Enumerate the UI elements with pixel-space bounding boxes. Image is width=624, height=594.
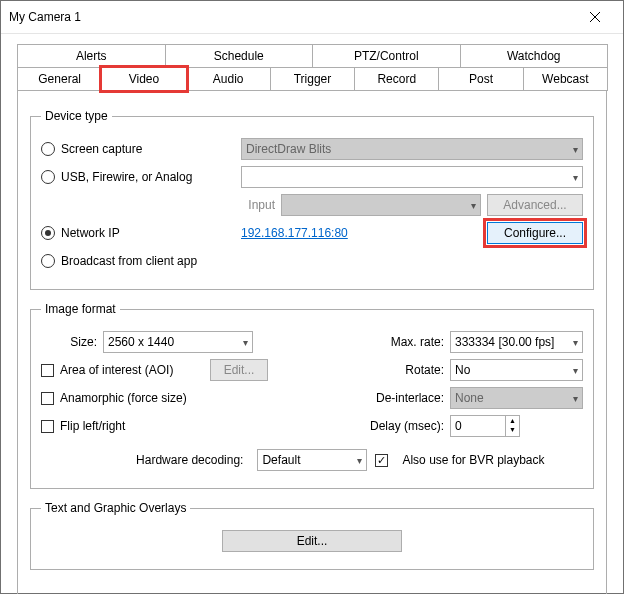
tab-trigger[interactable]: Trigger bbox=[270, 67, 355, 91]
deinterlace-select: None ▾ bbox=[450, 387, 583, 409]
label-max-rate: Max. rate: bbox=[318, 335, 450, 349]
label-anamorphic[interactable]: Anamorphic (force size) bbox=[60, 391, 187, 405]
label-bvr[interactable]: Also use for BVR playback bbox=[402, 453, 544, 467]
tab-post[interactable]: Post bbox=[438, 67, 523, 91]
hw-decoding-select[interactable]: Default ▾ bbox=[257, 449, 367, 471]
checkbox-aoi[interactable] bbox=[41, 364, 54, 377]
screen-capture-mode-select: DirectDraw Blits ▾ bbox=[241, 138, 583, 160]
max-rate-select[interactable]: 333334 [30.00 fps] ▾ bbox=[450, 331, 583, 353]
group-device-type-legend: Device type bbox=[41, 109, 112, 123]
chevron-down-icon: ▾ bbox=[573, 172, 578, 183]
checkbox-anamorphic[interactable] bbox=[41, 392, 54, 405]
radio-usb[interactable] bbox=[41, 170, 55, 184]
label-rotate: Rotate: bbox=[318, 363, 450, 377]
aoi-edit-button: Edit... bbox=[210, 359, 268, 381]
chevron-down-icon: ▾ bbox=[573, 337, 578, 348]
chevron-down-icon: ▾ bbox=[573, 393, 578, 404]
delay-input[interactable]: 0 bbox=[450, 415, 506, 437]
tab-webcast[interactable]: Webcast bbox=[523, 67, 608, 91]
label-broadcast[interactable]: Broadcast from client app bbox=[61, 254, 197, 268]
tab-panel-video: Device type Screen capture DirectDraw Bl… bbox=[17, 90, 607, 594]
close-button[interactable] bbox=[575, 7, 615, 27]
label-input: Input bbox=[241, 198, 281, 212]
group-image-format-legend: Image format bbox=[41, 302, 120, 316]
group-device-type: Device type Screen capture DirectDraw Bl… bbox=[30, 109, 594, 290]
spin-down-icon[interactable]: ▼ bbox=[506, 425, 519, 434]
label-screen-capture[interactable]: Screen capture bbox=[61, 142, 241, 156]
group-overlays-legend: Text and Graphic Overlays bbox=[41, 501, 190, 515]
tab-ptz-control[interactable]: PTZ/Control bbox=[312, 44, 461, 67]
chevron-down-icon: ▾ bbox=[573, 365, 578, 376]
chevron-down-icon: ▾ bbox=[357, 455, 362, 466]
usb-device-select[interactable]: ▾ bbox=[241, 166, 583, 188]
window-title: My Camera 1 bbox=[9, 10, 81, 24]
label-usb[interactable]: USB, Firewire, or Analog bbox=[61, 170, 241, 184]
checkbox-flip[interactable] bbox=[41, 420, 54, 433]
label-network-ip[interactable]: Network IP bbox=[61, 226, 241, 240]
network-ip-link[interactable]: 192.168.177.116:80 bbox=[241, 226, 487, 240]
chevron-down-icon: ▾ bbox=[243, 337, 248, 348]
configure-button[interactable]: Configure... bbox=[487, 222, 583, 244]
titlebar: My Camera 1 bbox=[1, 1, 623, 34]
label-size: Size: bbox=[41, 335, 103, 349]
tab-strip: Alerts Schedule PTZ/Control Watchdog Gen… bbox=[17, 44, 607, 91]
group-overlays: Text and Graphic Overlays Edit... bbox=[30, 501, 594, 570]
label-flip[interactable]: Flip left/right bbox=[60, 419, 125, 433]
label-hw-decoding: Hardware decoding: bbox=[79, 453, 249, 467]
label-delay: Delay (msec): bbox=[318, 419, 450, 433]
checkbox-bvr[interactable] bbox=[375, 454, 388, 467]
tab-video[interactable]: Video bbox=[101, 67, 186, 91]
input-select: ▾ bbox=[281, 194, 481, 216]
chevron-down-icon: ▾ bbox=[471, 200, 476, 211]
tab-audio[interactable]: Audio bbox=[186, 67, 271, 91]
radio-screen-capture[interactable] bbox=[41, 142, 55, 156]
radio-network-ip[interactable] bbox=[41, 226, 55, 240]
tab-general[interactable]: General bbox=[17, 67, 102, 91]
radio-broadcast[interactable] bbox=[41, 254, 55, 268]
rotate-select[interactable]: No ▾ bbox=[450, 359, 583, 381]
tab-alerts[interactable]: Alerts bbox=[17, 44, 166, 67]
delay-spinner[interactable]: 0 ▲▼ bbox=[450, 415, 520, 437]
dialog-window: My Camera 1 Alerts Schedule PTZ/Control … bbox=[0, 0, 624, 594]
group-image-format: Image format Size: 2560 x 1440 ▾ Ar bbox=[30, 302, 594, 489]
label-aoi[interactable]: Area of interest (AOI) bbox=[60, 363, 210, 377]
tab-watchdog[interactable]: Watchdog bbox=[460, 44, 609, 67]
spin-up-icon[interactable]: ▲ bbox=[506, 416, 519, 425]
label-deinterlace: De-interlace: bbox=[318, 391, 450, 405]
chevron-down-icon: ▾ bbox=[573, 144, 578, 155]
size-select[interactable]: 2560 x 1440 ▾ bbox=[103, 331, 253, 353]
dialog-content: Alerts Schedule PTZ/Control Watchdog Gen… bbox=[1, 34, 623, 594]
close-icon bbox=[590, 12, 600, 22]
overlays-edit-button[interactable]: Edit... bbox=[222, 530, 402, 552]
tab-schedule[interactable]: Schedule bbox=[165, 44, 314, 67]
tab-record[interactable]: Record bbox=[354, 67, 439, 91]
advanced-button: Advanced... bbox=[487, 194, 583, 216]
